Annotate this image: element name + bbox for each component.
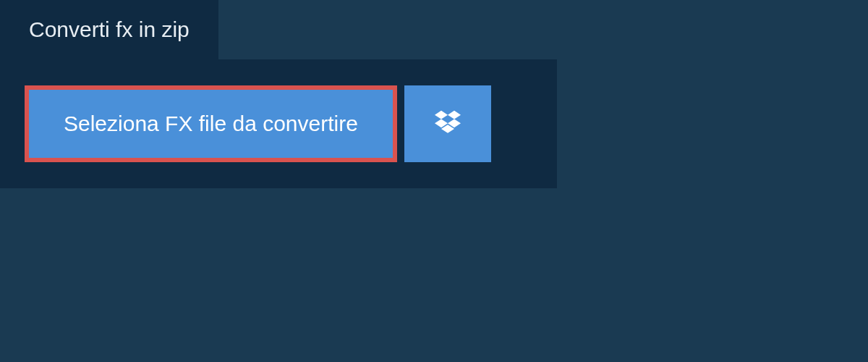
tab-bar: Converti fx in zip <box>0 0 868 59</box>
tab-convert[interactable]: Converti fx in zip <box>0 0 218 59</box>
dropbox-button[interactable] <box>404 85 491 162</box>
button-row: Seleziona FX file da convertire <box>25 85 532 162</box>
select-file-label: Seleziona FX file da convertire <box>64 111 358 135</box>
dropbox-icon <box>435 110 461 138</box>
select-file-button[interactable]: Seleziona FX file da convertire <box>25 85 397 162</box>
content-panel: Seleziona FX file da convertire <box>0 59 557 188</box>
tab-label: Converti fx in zip <box>29 17 190 41</box>
